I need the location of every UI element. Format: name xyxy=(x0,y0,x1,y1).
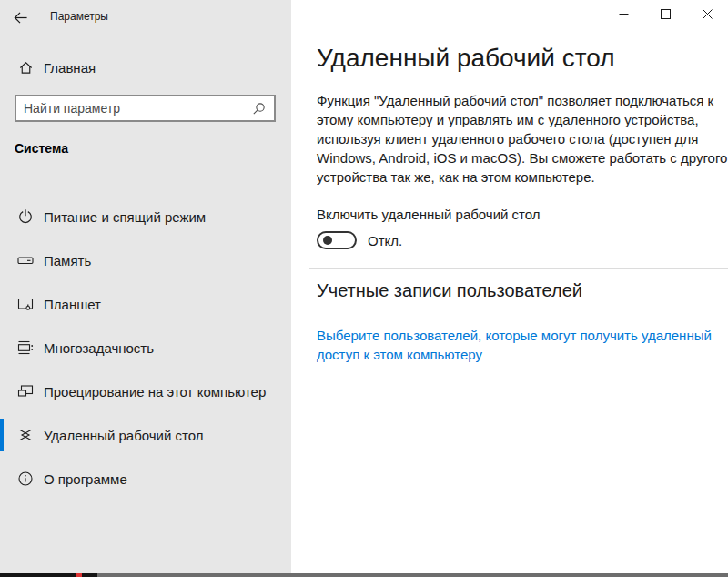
sidebar-item-label: Удаленный рабочий стол xyxy=(44,428,203,443)
remote-desktop-icon xyxy=(17,427,34,443)
page-content: Удаленный рабочий стол Функция "Удаленны… xyxy=(317,0,728,573)
sidebar-item-label: Проецирование на этот компьютер xyxy=(44,384,266,400)
section-divider xyxy=(309,268,728,269)
sidebar-item-power-sleep[interactable]: Питание и спящий режим xyxy=(0,195,291,238)
sidebar-item-label: Многозадачность xyxy=(44,340,154,356)
window-title: Параметры xyxy=(50,10,108,23)
sidebar-item-tablet[interactable]: Планшет xyxy=(0,282,291,326)
power-icon xyxy=(17,208,34,225)
selected-indicator xyxy=(0,419,4,451)
home-icon xyxy=(18,60,34,76)
sidebar-nav: Питание и спящий режим Память Планшет xyxy=(0,195,291,501)
taskbar-dark-segment xyxy=(0,573,97,577)
search-input[interactable] xyxy=(16,96,252,120)
sidebar: Параметры Главная Система xyxy=(0,0,291,573)
sidebar-section-header: Система xyxy=(15,141,68,156)
sidebar-item-label: Планшет xyxy=(44,297,101,312)
search-icon xyxy=(252,102,266,116)
feature-description: Функция "Удаленный рабочий стол" позволя… xyxy=(317,91,728,187)
about-icon xyxy=(17,471,34,487)
toggle-row: Откл. xyxy=(317,231,402,249)
sidebar-item-label: Главная xyxy=(44,60,96,76)
back-arrow-icon xyxy=(13,10,28,25)
remote-desktop-toggle[interactable] xyxy=(317,231,357,249)
settings-window: Параметры Главная Система xyxy=(0,0,728,573)
select-users-link[interactable]: Выберите пользователей, которые могут по… xyxy=(317,326,717,364)
section-heading: Учетные записи пользователей xyxy=(317,280,582,301)
toggle-state-label: Откл. xyxy=(368,233,402,248)
sidebar-item-remote-desktop[interactable]: Удаленный рабочий стол xyxy=(0,413,291,457)
sidebar-item-storage[interactable]: Память xyxy=(0,238,291,282)
settings-search-box xyxy=(15,95,276,122)
sidebar-item-home[interactable]: Главная xyxy=(0,56,291,79)
taskbar-sliver xyxy=(0,573,728,577)
taskbar-gray-segment xyxy=(97,573,728,577)
toggle-label: Включить удаленный рабочий стол xyxy=(317,207,541,222)
sidebar-item-label: Память xyxy=(44,253,91,268)
toggle-knob xyxy=(323,236,332,245)
projecting-icon xyxy=(17,383,34,400)
main-pane: Удаленный рабочий стол Функция "Удаленны… xyxy=(291,0,728,573)
page-title: Удаленный рабочий стол xyxy=(317,44,614,73)
tablet-icon xyxy=(17,296,34,312)
storage-icon xyxy=(17,252,34,268)
sidebar-item-label: Питание и спящий режим xyxy=(44,209,206,225)
multitasking-icon xyxy=(17,339,34,356)
sidebar-item-label: О программе xyxy=(44,471,127,487)
sidebar-item-projecting[interactable]: Проецирование на этот компьютер xyxy=(0,369,291,413)
sidebar-item-about[interactable]: О программе xyxy=(0,457,291,501)
back-button[interactable] xyxy=(5,5,35,29)
sidebar-item-multitasking[interactable]: Многозадачность xyxy=(0,326,291,369)
taskbar-red-accent xyxy=(76,573,82,577)
